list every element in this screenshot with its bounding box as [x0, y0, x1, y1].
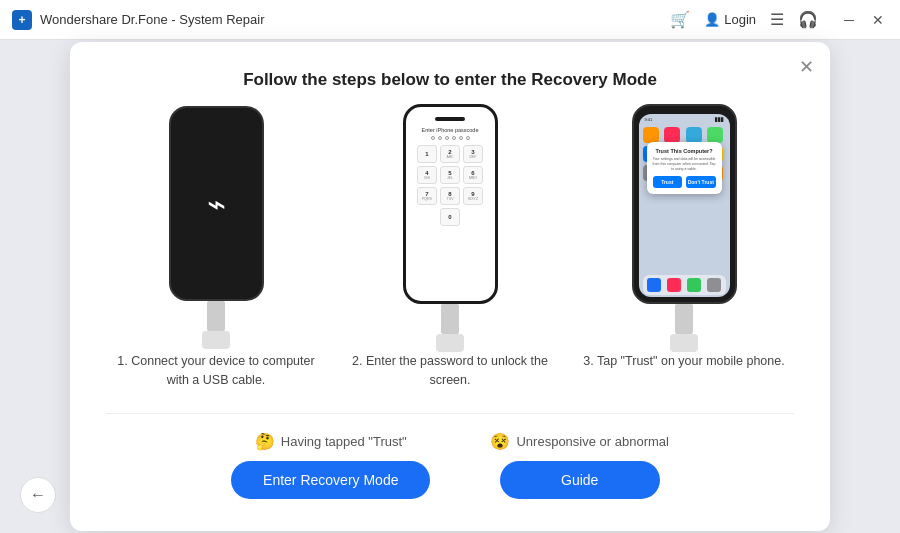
divider [106, 413, 794, 414]
titlebar: + Wondershare Dr.Fone - System Repair 🛒 … [0, 0, 900, 40]
dock-icon [667, 278, 681, 292]
main-area: ← ✕ Follow the steps below to enter the … [0, 40, 900, 533]
key-4: 4GHI [417, 166, 437, 184]
phone3: 9:41 ▊▊▊ [632, 104, 737, 304]
key-2: 2ABC [440, 145, 460, 163]
passcode-label: Enter iPhone passcode [422, 127, 479, 133]
trust-emoji: 🤔 [255, 432, 275, 451]
recovery-mode-dialog: ✕ Follow the steps below to enter the Re… [70, 42, 830, 532]
trust-label: 🤔 Having tapped "Trust" [255, 432, 407, 451]
key-9: 9WXYZ [463, 187, 483, 205]
step-1-desc: 1. Connect your device to computer with … [106, 352, 326, 390]
key-3: 3DEF [463, 145, 483, 163]
phone-notch [435, 117, 465, 121]
trust-title: Trust This Computer? [653, 148, 716, 154]
dialog-title: Follow the steps below to enter the Reco… [106, 70, 794, 90]
headset-icon[interactable]: 🎧 [798, 10, 818, 29]
app-icon [664, 127, 680, 143]
guide-button[interactable]: Guide [500, 461, 660, 499]
enter-recovery-button[interactable]: Enter Recovery Mode [231, 461, 430, 499]
dock-icon [687, 278, 701, 292]
back-button[interactable]: ← [20, 477, 56, 513]
phone2: Enter iPhone passcode 1 [403, 104, 498, 304]
status-bar: 9:41 ▊▊▊ [639, 114, 730, 125]
titlebar-right: 🛒 👤 Login ☰ 🎧 ─ ✕ [670, 10, 888, 29]
window-controls: ─ ✕ [840, 12, 888, 28]
key-0: 0 [440, 208, 460, 226]
step-3: 9:41 ▊▊▊ [574, 118, 794, 371]
passcode-dots [431, 136, 470, 140]
menu-icon[interactable]: ☰ [770, 10, 784, 29]
user-icon: 👤 [704, 12, 720, 27]
dock-icon [647, 278, 661, 292]
step-2-image: Enter iPhone passcode 1 [403, 118, 498, 338]
trust-dialog: Trust This Computer? Your settings and d… [647, 142, 722, 195]
step-1-image: ⌁ [169, 118, 264, 338]
phone1: ⌁ [169, 106, 264, 301]
login-button[interactable]: 👤 Login [704, 12, 756, 27]
key-1: 1 [417, 145, 437, 163]
close-button[interactable]: ✕ [868, 12, 888, 28]
minimize-button[interactable]: ─ [840, 12, 858, 28]
cart-icon[interactable]: 🛒 [670, 10, 690, 29]
app-title: Wondershare Dr.Fone - System Repair [40, 12, 264, 27]
phone3-screen: 9:41 ▊▊▊ [639, 114, 730, 297]
guide-group: 😵 Unresponsive or abnormal Guide [490, 432, 668, 499]
step-3-desc: 3. Tap "Trust" on your mobile phone. [583, 352, 784, 371]
step-2-desc: 2. Enter the password to unlock the scre… [340, 352, 560, 390]
app-icon [686, 127, 702, 143]
titlebar-left: + Wondershare Dr.Fone - System Repair [12, 10, 264, 30]
dock-icon [707, 278, 721, 292]
dialog-close-button[interactable]: ✕ [799, 56, 814, 78]
key-5: 5JKL [440, 166, 460, 184]
key-6: 6MNO [463, 166, 483, 184]
steps-row: ⌁ 1. Connect your device to computer wit… [106, 118, 794, 390]
abnormal-emoji: 😵 [490, 432, 510, 451]
app-logo: + [12, 10, 32, 30]
key-8: 8TUV [440, 187, 460, 205]
step-3-image: 9:41 ▊▊▊ [632, 118, 737, 338]
abnormal-label: 😵 Unresponsive or abnormal [490, 432, 668, 451]
app-icon [643, 127, 659, 143]
enter-recovery-group: 🤔 Having tapped "Trust" Enter Recovery M… [231, 432, 430, 499]
back-arrow-icon: ← [30, 486, 46, 504]
numpad: 1 2ABC 3DEF 4GHI 5JKL 6MNO 7PQRS 8TUV 9W… [417, 145, 483, 226]
step-2: Enter iPhone passcode 1 [340, 118, 560, 390]
usb-icon: ⌁ [207, 185, 226, 223]
key-7: 7PQRS [417, 187, 437, 205]
trust-text: Your settings and data will be accessibl… [653, 157, 716, 172]
step-1: ⌁ 1. Connect your device to computer wit… [106, 118, 326, 390]
app-icon [707, 127, 723, 143]
dont-trust-button[interactable]: Don't Trust [686, 176, 716, 188]
trust-button[interactable]: Trust [653, 176, 683, 188]
bottom-actions: 🤔 Having tapped "Trust" Enter Recovery M… [106, 432, 794, 499]
trust-buttons: Trust Don't Trust [653, 176, 716, 188]
